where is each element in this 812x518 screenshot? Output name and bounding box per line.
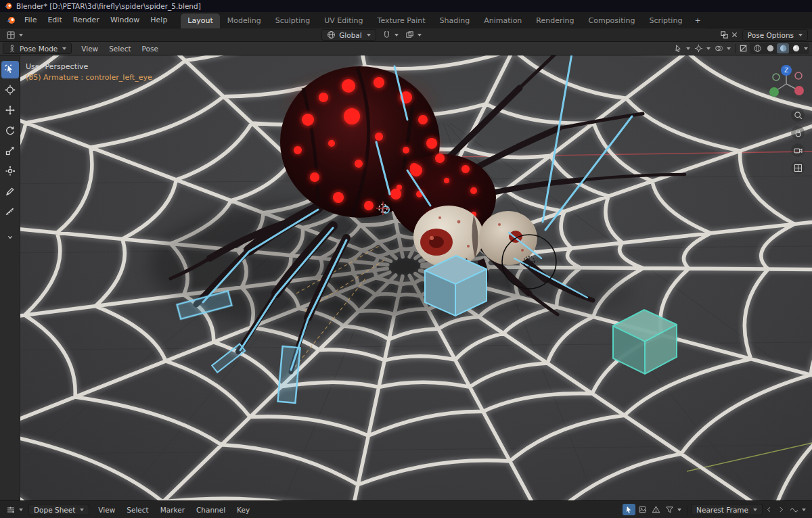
chevron-down-icon [367,34,371,37]
tab-shading[interactable]: Shading [433,14,477,28]
tab-modeling[interactable]: Modeling [221,14,268,28]
shading-mode-group [750,43,809,54]
menu-ds-channel[interactable]: Channel [191,504,231,515]
tab-texture-paint[interactable]: Texture Paint [371,14,432,28]
chevron-down-icon [706,47,710,50]
funnel-icon [665,505,674,514]
menu-pose[interactable]: Pose [137,43,164,54]
select-visibility-button[interactable] [672,43,692,54]
tab-layout[interactable]: Layout [181,14,219,28]
only-selected-filter-button[interactable] [623,504,635,515]
chevron-down-icon [62,47,66,50]
viewport-3d[interactable]: User Perspective (85) Armature : control… [0,55,812,500]
mode-dropdown[interactable]: Pose Mode [3,43,72,54]
shading-wireframe-button[interactable] [751,43,763,53]
workspace-tabs: Layout Modeling Sculpting UV Editing Tex… [181,12,706,28]
move-tool[interactable] [1,101,19,119]
cursor-tool[interactable] [1,81,19,99]
tab-rendering[interactable]: Rendering [529,14,581,28]
dope-sheet-icon [6,505,16,515]
gizmo-y-axis[interactable] [769,87,779,97]
close-icon[interactable] [731,31,738,39]
transform-orientation-dropdown[interactable]: Global [321,29,376,41]
chevron-down-icon [804,47,808,50]
tab-animation[interactable]: Animation [477,14,528,28]
gizmos-button[interactable] [692,43,713,54]
tool-bar [0,55,20,500]
snap-frame-dropdown[interactable]: Nearest Frame [691,504,763,515]
add-workspace-button[interactable]: + [690,14,705,28]
navigation-gizmo[interactable]: Z [765,62,808,105]
menu-edit[interactable]: Edit [42,14,67,26]
tab-sculpting[interactable]: Sculpting [269,14,317,28]
pointer-icon [674,44,683,53]
tab-compositing[interactable]: Compositing [582,14,642,28]
menu-ds-select[interactable]: Select [121,504,154,515]
tab-uv-editing[interactable]: UV Editing [317,14,369,28]
gizmo-neg-x-axis[interactable] [795,72,802,79]
snap-button[interactable] [380,29,401,41]
select-box-tool[interactable] [1,61,19,78]
overlays-button[interactable] [713,43,733,54]
menu-file[interactable]: File [19,14,42,26]
shading-material-button[interactable] [777,43,789,53]
topbar-second-row: Global Pose Options [0,28,812,42]
shading-rendered-button[interactable] [790,43,802,53]
filter-button[interactable] [663,504,683,515]
editor-type-button[interactable] [4,29,25,41]
proportional-edit-keyframes-button[interactable] [788,504,808,515]
editor-type-button-bottom[interactable] [4,504,25,515]
cube-teal[interactable] [613,310,677,374]
tab-scripting[interactable]: Scripting [642,14,689,28]
chevron-down-icon [727,47,731,50]
dope-sheet-mode-dropdown[interactable]: Dope Sheet [28,504,89,515]
camera-view-icon[interactable] [791,143,805,157]
mode-label: Pose Mode [20,45,58,53]
blender-logo-icon [4,2,12,10]
menu-render[interactable]: Render [68,14,105,26]
menu-ds-view[interactable]: View [93,504,120,515]
jump-prev-button[interactable] [763,504,775,515]
menu-ds-key[interactable]: Key [231,504,255,515]
menu-bar: File Edit Render Window Help Layout Mode… [0,12,812,28]
pan-hand-icon[interactable] [791,126,805,139]
measure-tool[interactable] [1,203,19,220]
menu-view[interactable]: View [76,43,104,54]
dope-sheet-header: Dope Sheet View Select Marker Channel Ke… [0,500,812,518]
foot-bone-box-mid[interactable] [277,346,300,403]
errors-filter-button[interactable] [650,504,662,515]
scale-tool[interactable] [1,142,19,160]
zoom-icon[interactable] [791,108,805,122]
gizmo-z-label: Z [784,67,788,74]
xray-toggle-icon[interactable] [739,44,748,53]
menu-help[interactable]: Help [145,14,173,26]
warning-icon [652,505,660,514]
scene-canvas[interactable] [0,55,812,500]
jump-next-button[interactable] [775,504,787,515]
menu-window[interactable]: Window [105,14,145,26]
gizmo-x-axis[interactable] [794,86,804,95]
chevron-down-icon [80,509,84,511]
view-layer-icon[interactable] [720,30,729,39]
globe-icon [327,30,336,39]
menu-ds-marker[interactable]: Marker [155,504,190,515]
pointer-icon [625,505,633,514]
toolbar-expand-button[interactable] [1,229,19,246]
blender-menu-icon[interactable] [3,16,19,25]
image-icon [638,505,647,514]
hidden-objects-filter-button[interactable] [636,504,649,515]
overlays-icon [715,44,723,53]
proportional-edit-button[interactable] [403,29,424,41]
chevron-down-icon [686,47,690,50]
shading-solid-button[interactable] [764,43,776,53]
transform-tool[interactable] [1,162,19,180]
menu-select[interactable]: Select [104,43,136,54]
rotate-tool[interactable] [1,122,19,139]
pose-options-dropdown[interactable]: Pose Options [742,29,808,41]
editor-grid-icon [6,30,16,40]
ortho-grid-icon[interactable] [791,161,805,174]
annotate-tool[interactable] [1,183,19,200]
gizmo-neg-y-axis[interactable] [773,74,780,80]
chevron-down-icon [798,34,803,37]
overlap-squares-icon [405,30,414,39]
